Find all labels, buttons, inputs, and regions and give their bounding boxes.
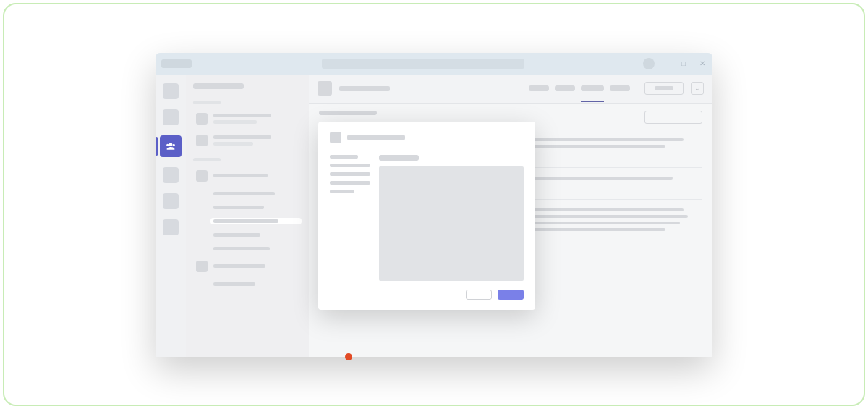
dialog-side-item[interactable]: [330, 190, 354, 193]
app-rail: [156, 75, 186, 357]
teams-sidebar: [186, 75, 309, 357]
user-avatar[interactable]: [643, 58, 655, 69]
search-input[interactable]: [322, 59, 524, 69]
dialog-content-label: [379, 155, 419, 161]
team-item[interactable]: [193, 111, 302, 126]
channel-header: ⌄: [309, 75, 712, 104]
dialog-side-item[interactable]: [330, 172, 370, 176]
rail-calendar[interactable]: [163, 167, 179, 183]
sidebar-title: [193, 83, 244, 89]
channel-item[interactable]: [210, 204, 302, 211]
minimize-button[interactable]: –: [659, 59, 671, 68]
channel-item-selected[interactable]: [210, 218, 302, 224]
tab-files[interactable]: [555, 85, 575, 91]
dialog-side-item[interactable]: [330, 181, 370, 185]
tab-more[interactable]: [610, 85, 630, 91]
dialog-title: [347, 135, 405, 140]
channel-tabs: [529, 85, 630, 91]
rail-teams[interactable]: [160, 135, 182, 157]
channel-item[interactable]: [210, 245, 302, 252]
dialog-main: [379, 155, 524, 281]
dialog-back-button[interactable]: [466, 290, 492, 300]
dialog-preview-area[interactable]: [379, 166, 524, 281]
tab-posts[interactable]: [529, 85, 549, 91]
team-avatar: [196, 170, 208, 182]
channel-title: [339, 86, 390, 91]
section-label: [193, 101, 221, 104]
rail-files[interactable]: [163, 219, 179, 235]
add-tab-dialog: [318, 122, 535, 310]
dialog-side-item[interactable]: [330, 155, 358, 159]
titlebar: – □ ✕: [156, 53, 712, 75]
team-item[interactable]: [193, 133, 302, 148]
filter-button[interactable]: [644, 111, 702, 124]
window-controls: – □ ✕: [659, 59, 708, 68]
chevron-down-icon[interactable]: ⌄: [691, 82, 704, 95]
teams-icon: [165, 140, 176, 152]
dialog-icon: [330, 132, 341, 143]
channel-icon: [318, 81, 332, 96]
dialog-footer: [330, 290, 524, 300]
dialog-header: [330, 132, 524, 143]
notification-badge: [345, 353, 352, 360]
team-item[interactable]: [193, 259, 302, 274]
team-avatar: [196, 135, 208, 146]
rail-chat[interactable]: [163, 109, 179, 125]
close-button[interactable]: ✕: [697, 59, 708, 68]
illustration-frame: – □ ✕: [3, 3, 865, 406]
app-logo: [161, 59, 192, 68]
meet-button[interactable]: [644, 82, 684, 95]
tab-wiki[interactable]: [581, 85, 604, 91]
team-item[interactable]: [193, 169, 302, 183]
rail-activity[interactable]: [163, 83, 179, 99]
team-avatar: [196, 113, 208, 125]
rail-calls[interactable]: [163, 193, 179, 209]
teams-app-window: – □ ✕: [156, 53, 712, 357]
dialog-side-item[interactable]: [330, 164, 370, 167]
section-label: [193, 158, 221, 161]
date-divider: [319, 111, 377, 115]
dialog-side-list: [330, 155, 370, 281]
channel-item[interactable]: [210, 281, 302, 287]
team-avatar: [196, 261, 208, 272]
channel-item[interactable]: [210, 232, 302, 238]
dialog-save-button[interactable]: [498, 290, 524, 300]
channel-item[interactable]: [210, 190, 302, 197]
maximize-button[interactable]: □: [678, 59, 689, 68]
